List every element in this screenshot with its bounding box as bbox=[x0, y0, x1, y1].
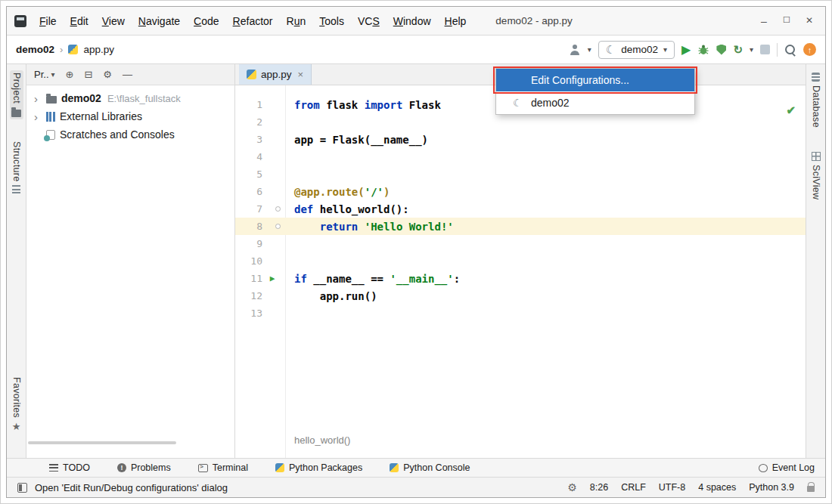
python-file-icon bbox=[247, 70, 256, 79]
moon-icon: ☾ bbox=[513, 97, 531, 108]
stop-button[interactable] bbox=[760, 45, 770, 54]
file-encoding[interactable]: UTF-8 bbox=[659, 482, 685, 493]
dropdown-item-label: demo02 bbox=[531, 97, 570, 109]
menu-refactor[interactable]: Refactor bbox=[226, 15, 280, 27]
user-icon[interactable] bbox=[570, 45, 581, 55]
tree-item-external-libraries[interactable]: ›External Libraries bbox=[26, 107, 234, 125]
tool-stripe-favorites[interactable]: Favorites★ bbox=[10, 375, 23, 434]
chevron-down-icon: ▾ bbox=[663, 45, 667, 54]
right-stripe-top: DatabaseSciView bbox=[809, 70, 823, 221]
python-interpreter[interactable]: Python 3.9 bbox=[749, 482, 794, 493]
toolwindow-python-packages[interactable]: Python Packages bbox=[275, 462, 362, 473]
code-text[interactable]: app.run() bbox=[285, 290, 377, 302]
gear-icon[interactable]: ⚙ bbox=[567, 482, 577, 493]
tool-stripe-structure[interactable]: Structure bbox=[10, 139, 23, 196]
chevron-right-icon[interactable]: › bbox=[34, 93, 42, 104]
chevron-right-icon[interactable]: › bbox=[34, 111, 42, 122]
menu-code[interactable]: Code bbox=[187, 15, 225, 27]
toolwindow-label: Terminal bbox=[213, 462, 248, 473]
status-message: Open 'Edit Run/Debug configurations' dia… bbox=[35, 482, 228, 493]
close-tab-icon[interactable]: × bbox=[298, 69, 304, 80]
tree-item-scratches-and-consoles[interactable]: ›Scratches and Consoles bbox=[26, 125, 234, 144]
tool-window-switcher-icon[interactable] bbox=[17, 483, 27, 493]
gutter: 10 bbox=[235, 255, 285, 267]
window-close-button[interactable]: ✕ bbox=[798, 15, 821, 27]
toolwindow-python-console[interactable]: Python Console bbox=[390, 462, 470, 473]
dropdown-items: Edit Configurations...☾demo02 bbox=[496, 69, 694, 114]
gutter: 2 bbox=[235, 116, 285, 128]
window-controls: –☐✕ bbox=[753, 15, 821, 27]
menu-file[interactable]: File bbox=[33, 15, 64, 27]
inspections-ok-icon: ✔ bbox=[786, 104, 796, 117]
coverage-button[interactable] bbox=[716, 45, 726, 55]
menu-window[interactable]: Window bbox=[387, 15, 438, 27]
tool-stripe-database[interactable]: Database bbox=[809, 70, 823, 130]
fold-icon[interactable] bbox=[275, 206, 281, 212]
code-area[interactable]: 1from flask import Flask23app = Flask(__… bbox=[235, 85, 806, 458]
window-maximize-button[interactable]: ☐ bbox=[775, 15, 798, 27]
code-text[interactable]: from flask import Flask bbox=[285, 99, 441, 111]
update-icon[interactable]: ↑ bbox=[803, 43, 816, 56]
toolwindow-todo[interactable]: TODO bbox=[49, 462, 90, 473]
project-panel-title[interactable]: Pr.. bbox=[34, 69, 49, 80]
debug-button[interactable] bbox=[697, 44, 709, 56]
tool-stripe-project[interactable]: Project bbox=[10, 70, 23, 119]
menu-navigate[interactable]: Navigate bbox=[132, 15, 187, 27]
code-text[interactable]: def hello_world(): bbox=[285, 203, 409, 215]
run-toolbar: ▾ ☾ demo02 ▾ ▶ ↻ ▾ bbox=[570, 41, 816, 59]
menu-view[interactable]: View bbox=[95, 15, 132, 27]
chevron-down-icon[interactable]: ▾ bbox=[51, 70, 55, 79]
breadcrumb: demo02 › app.py bbox=[16, 44, 114, 55]
hide-panel-icon[interactable]: — bbox=[123, 70, 132, 79]
code-text[interactable]: if __name__ == '__main__': bbox=[285, 273, 460, 285]
dropdown-item-edit-configurations[interactable]: Edit Configurations... bbox=[496, 69, 694, 91]
fold-icon[interactable] bbox=[275, 224, 281, 229]
project-tree: ›demo02E:\flask_fullstack›External Libra… bbox=[26, 85, 234, 144]
run-config-selector[interactable]: ☾ demo02 ▾ bbox=[598, 41, 675, 59]
menu-help[interactable]: Help bbox=[438, 15, 473, 27]
caret-position[interactable]: 8:26 bbox=[590, 482, 608, 493]
line-separator[interactable]: CRLF bbox=[621, 482, 646, 493]
toolwindow-terminal[interactable]: Terminal bbox=[198, 462, 248, 473]
collapse-all-icon[interactable]: ⊟ bbox=[84, 70, 92, 79]
line-number: 11 bbox=[235, 273, 262, 284]
breadcrumb-file[interactable]: app.py bbox=[83, 44, 114, 55]
line-number: 3 bbox=[235, 134, 262, 145]
profile-button[interactable]: ↻ bbox=[733, 43, 743, 57]
toolwindow-problems[interactable]: Problems bbox=[117, 462, 171, 473]
toolwindow-label: Python Packages bbox=[289, 462, 362, 473]
star-icon: ★ bbox=[12, 422, 21, 431]
run-button[interactable]: ▶ bbox=[681, 42, 691, 57]
menu-edit[interactable]: Edit bbox=[64, 15, 95, 27]
code-text[interactable]: app = Flask(__name__) bbox=[285, 134, 428, 146]
settings-gear-icon[interactable]: ⚙ bbox=[103, 70, 112, 79]
code-text[interactable]: @app.route('/') bbox=[285, 186, 390, 198]
menu-vcs[interactable]: VCS bbox=[351, 15, 387, 27]
menu-run[interactable]: Run bbox=[280, 15, 313, 27]
dropdown-item-demo02[interactable]: ☾demo02 bbox=[496, 91, 694, 114]
run-line-icon[interactable]: ▶ bbox=[262, 274, 282, 283]
lock-icon[interactable] bbox=[807, 486, 815, 492]
search-icon[interactable] bbox=[784, 44, 796, 56]
indent-style[interactable]: 4 spaces bbox=[698, 482, 736, 493]
tree-item-demo02[interactable]: ›demo02E:\flask_fullstack bbox=[26, 89, 234, 107]
run-config-label: demo02 bbox=[621, 44, 658, 55]
locate-icon[interactable]: ⊕ bbox=[66, 70, 74, 79]
breadcrumb-project[interactable]: demo02 bbox=[16, 44, 54, 55]
user-dropdown-caret-icon[interactable]: ▾ bbox=[588, 45, 591, 54]
project-panel: Pr.. ▾ ⊕⊟⚙— ›demo02E:\flask_fullstack›Ex… bbox=[26, 64, 235, 458]
pycharm-window: FileEditViewNavigateCodeRefactorRunTools… bbox=[6, 6, 826, 498]
toolwindow-label: Python Console bbox=[403, 462, 470, 473]
menu-bar: FileEditViewNavigateCodeRefactorRunTools… bbox=[33, 15, 473, 27]
structure-icon bbox=[12, 185, 20, 193]
menu-tools[interactable]: Tools bbox=[312, 15, 351, 27]
tree-item-path: E:\flask_fullstack bbox=[107, 93, 181, 104]
toolwindow-event-log[interactable]: Event Log bbox=[759, 462, 815, 473]
tab-app-py[interactable]: app.py × bbox=[239, 64, 312, 85]
code-text[interactable]: return 'Hello World!' bbox=[285, 221, 454, 233]
run-options-caret-icon[interactable]: ▾ bbox=[750, 45, 753, 54]
project-hscrollbar[interactable] bbox=[28, 441, 176, 444]
window-minimize-button[interactable]: – bbox=[753, 15, 775, 27]
editor-breadcrumb[interactable]: hello_world() bbox=[294, 434, 350, 446]
tool-stripe-sciview[interactable]: SciView bbox=[809, 150, 823, 202]
